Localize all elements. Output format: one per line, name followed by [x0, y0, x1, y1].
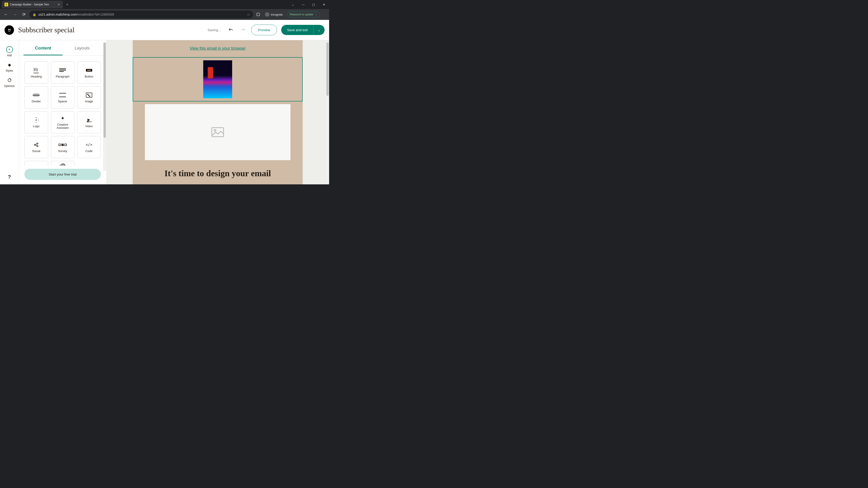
forward-button[interactable]: →	[11, 11, 19, 18]
relaunch-button[interactable]: Relaunch to update ⋮	[287, 11, 320, 18]
mailchimp-logo-icon[interactable]	[4, 25, 14, 35]
block-creative-assistant[interactable]: ✦ Creative Assistant ⋮⋮⋮⋮	[51, 111, 74, 133]
grip-icon: ⋮⋮⋮⋮	[32, 155, 41, 157]
share-icon	[34, 141, 39, 148]
svg-point-5	[10, 29, 10, 30]
app-header: Subbscriber special Saving... Preview Sa…	[0, 20, 329, 40]
incognito-icon	[265, 12, 270, 17]
new-tab-button[interactable]: +	[66, 2, 68, 7]
block-apps[interactable]	[24, 161, 48, 166]
block-divider[interactable]: Divider ⋮⋮⋮⋮	[24, 86, 48, 108]
block-label: Survey	[58, 150, 67, 153]
window-controls: ⌄ — ▢ ✕	[287, 0, 329, 9]
scrollbar-thumb[interactable]	[327, 42, 329, 96]
save-exit-button[interactable]: Save and exit	[281, 25, 313, 35]
maximize-button[interactable]: ▢	[308, 0, 319, 9]
spacer-icon	[59, 92, 66, 98]
reload-button[interactable]: ⟳	[20, 11, 28, 18]
sidebar-scrollbar[interactable]	[103, 42, 106, 171]
incognito-label: Incognito	[271, 13, 283, 16]
video-icon	[86, 117, 92, 123]
minimize-button[interactable]: —	[298, 0, 308, 9]
block-social[interactable]: Social ⋮⋮⋮⋮	[24, 136, 48, 158]
rail-add-label: Add	[7, 54, 12, 57]
tab-bar: C Campaign Builder - Sample Tem ✕ + ⌄ — …	[0, 0, 329, 9]
svg-marker-7	[88, 119, 90, 121]
rail-optimize-label: Optimize	[4, 85, 15, 88]
sidebar: Content Layouts Hi Heading ⋮⋮⋮⋮ Paragrap…	[19, 40, 106, 184]
grip-icon: ⋮⋮⋮⋮	[32, 105, 41, 107]
block-label: Image	[85, 100, 93, 103]
block-label: Paragraph	[56, 75, 70, 78]
incognito-badge: Incognito	[265, 12, 283, 17]
start-trial-button[interactable]: Start your free trial	[24, 169, 101, 180]
more-icon: ⋮	[315, 13, 317, 16]
paragraph-icon	[59, 67, 66, 74]
block-button[interactable]: Button ⋮⋮⋮⋮	[77, 61, 101, 84]
extensions-icon[interactable]	[255, 11, 261, 18]
preview-button[interactable]: Preview	[251, 25, 277, 35]
grip-icon: ⋮⋮⋮⋮	[85, 155, 94, 157]
grip-icon: ⋮⋮⋮⋮	[32, 80, 41, 82]
block-paragraph[interactable]: Paragraph ⋮⋮⋮⋮	[51, 61, 74, 84]
rail-add[interactable]: + Add	[0, 44, 19, 59]
block-label: Video	[85, 125, 93, 128]
browser-tab[interactable]: C Campaign Builder - Sample Tem ✕	[2, 1, 63, 8]
view-in-browser-link[interactable]: View this email in your browser	[190, 46, 246, 51]
rail-optimize[interactable]: Optimize	[0, 74, 19, 90]
back-button[interactable]: ←	[2, 11, 9, 18]
tabs-dropdown-icon[interactable]: ⌄	[287, 0, 298, 9]
url-path: /email/editor?id=12665935	[77, 13, 114, 16]
block-image[interactable]: Image ⋮⋮⋮⋮	[77, 86, 101, 108]
block-heading[interactable]: Hi Heading ⋮⋮⋮⋮	[24, 61, 48, 84]
block-survey[interactable]: Survey ⋮⋮⋮⋮	[51, 136, 74, 158]
svg-point-4	[8, 29, 9, 30]
undo-button[interactable]	[227, 26, 235, 34]
email-headline[interactable]: It's time to design your email	[133, 168, 303, 178]
email-canvas[interactable]: View this email in your browser It's tim…	[106, 40, 329, 184]
divider-icon	[33, 92, 39, 98]
block-label: Heading	[31, 75, 41, 78]
block-logo[interactable]: A Logo ⋮⋮⋮⋮	[24, 111, 48, 133]
address-bar[interactable]: 🔒 us21.admin.mailchimp.com/email/editor?…	[29, 11, 253, 18]
rail-styles[interactable]: ◆ Styles	[0, 59, 19, 74]
tab-layouts[interactable]: Layouts	[63, 40, 102, 55]
close-window-button[interactable]: ✕	[319, 0, 329, 9]
redo-button[interactable]	[239, 26, 247, 34]
left-rail: + Add ◆ Styles Optimize ?	[0, 40, 19, 184]
bookmark-icon[interactable]: ☆	[247, 12, 250, 17]
app-area: Subbscriber special Saving... Preview Sa…	[0, 20, 329, 184]
block-label: Code	[86, 150, 92, 153]
image-block-selected[interactable]	[133, 57, 303, 101]
block-video[interactable]: Video ⋮⋮⋮⋮	[77, 111, 101, 133]
block-product[interactable]	[51, 161, 74, 166]
view-in-browser-block[interactable]: View this email in your browser	[133, 40, 303, 55]
scrollbar-thumb[interactable]	[103, 42, 106, 138]
relaunch-label: Relaunch to update	[290, 13, 313, 16]
block-spacer[interactable]: Spacer ⋮⋮⋮⋮	[51, 86, 74, 108]
optimize-icon	[7, 78, 12, 83]
blocks-grid: Hi Heading ⋮⋮⋮⋮ Paragraph ⋮⋮⋮⋮ Button ⋮⋮…	[19, 56, 106, 166]
uploaded-image[interactable]	[203, 60, 232, 98]
survey-icon	[59, 141, 67, 148]
url-text: us21.admin.mailchimp.com/email/editor?id…	[38, 13, 245, 16]
close-tab-icon[interactable]: ✕	[57, 3, 60, 6]
help-button[interactable]: ?	[8, 174, 11, 180]
plus-icon: +	[8, 47, 11, 52]
grip-icon: ⋮⋮⋮⋮	[85, 80, 94, 82]
campaign-title[interactable]: Subbscriber special	[18, 26, 74, 34]
tab-title: Campaign Builder - Sample Tem	[10, 3, 56, 6]
block-label: Logo	[33, 125, 39, 128]
block-code[interactable]: </> Code ⋮⋮⋮⋮	[77, 136, 101, 158]
grip-icon: ⋮⋮⋮⋮	[58, 80, 67, 82]
save-dropdown-button[interactable]: ⌄	[313, 25, 324, 35]
save-button-group: Save and exit ⌄	[281, 25, 324, 35]
grip-icon: ⋮⋮⋮⋮	[58, 105, 67, 107]
tab-content[interactable]: Content	[24, 40, 63, 55]
canvas-scrollbar[interactable]	[326, 42, 329, 183]
lock-icon: 🔒	[33, 13, 36, 16]
image-placeholder-block[interactable]	[145, 104, 290, 160]
grip-icon: ⋮⋮⋮⋮	[58, 155, 67, 157]
heading-icon: Hi	[33, 67, 39, 74]
styles-icon: ◆	[8, 62, 11, 67]
